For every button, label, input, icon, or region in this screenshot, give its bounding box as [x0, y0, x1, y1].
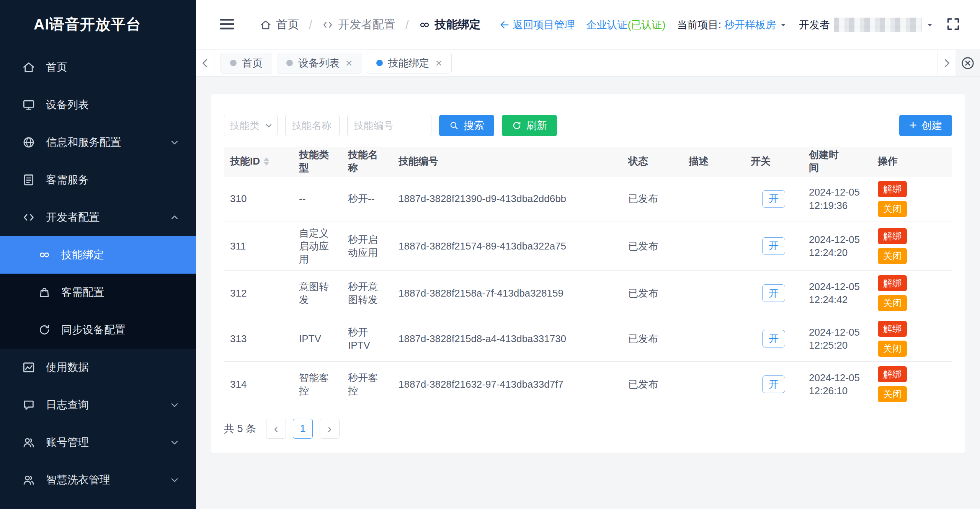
column-label: 创建时间 — [809, 148, 841, 175]
page-1-button[interactable]: 1 — [293, 419, 313, 439]
cell-skill-name: 秒开启动应用 — [342, 222, 392, 271]
sidebar-item-customer-config[interactable]: 客需配置 — [0, 274, 196, 311]
sidebar-item-label: 智慧洗衣管理 — [46, 473, 169, 487]
hamburger-menu-button[interactable] — [217, 15, 237, 35]
sidebar-item-skill-binding[interactable]: 技能绑定 — [0, 236, 196, 274]
unbind-button[interactable]: 解绑 — [878, 181, 907, 197]
developer-dropdown[interactable]: 开发者 — [799, 18, 934, 32]
cell-skill-id: 312 — [224, 271, 293, 316]
plus-icon: + — [909, 118, 917, 131]
unbind-button[interactable]: 解绑 — [878, 321, 907, 337]
switch-on-button[interactable]: 开 — [762, 375, 785, 393]
unbind-button[interactable]: 解绑 — [878, 275, 907, 291]
cell-actions: 解绑 关闭 — [872, 362, 952, 407]
sidebar-item-info-service-config[interactable]: 信息和服务配置 — [0, 124, 196, 161]
sort-asc-icon — [264, 157, 269, 161]
skill-code-input[interactable] — [347, 115, 431, 136]
close-skill-button[interactable]: 关闭 — [878, 341, 907, 357]
cell-skill-code: 1887d-3828f215d8-a4-413dba331730 — [392, 316, 622, 362]
search-button[interactable]: 搜索 — [439, 115, 494, 136]
cell-switch: 开 — [745, 271, 803, 316]
next-page-button[interactable]: › — [320, 419, 340, 439]
sidebar-item-customer-service[interactable]: 客需服务 — [0, 161, 196, 199]
skill-type-select[interactable]: 技能类 — [224, 115, 278, 136]
close-all-tabs-button[interactable] — [956, 50, 980, 76]
column-label: 技能名称 — [348, 149, 378, 173]
cell-skill-type: -- — [293, 176, 342, 222]
current-project-dropdown[interactable]: 当前项目: 秒开样板房 — [677, 18, 787, 32]
cell-actions: 解绑 关闭 — [872, 271, 952, 316]
cell-description — [683, 271, 745, 316]
cell-switch: 开 — [745, 362, 803, 407]
breadcrumb-home[interactable]: 首页 — [260, 17, 299, 33]
close-skill-button[interactable]: 关闭 — [878, 386, 907, 402]
cell-actions: 解绑 关闭 — [872, 222, 952, 271]
switch-on-button[interactable]: 开 — [762, 190, 785, 208]
page-content: 技能类 搜索 刷新 + 创建 — [196, 77, 980, 509]
cell-skill-name: 秒开-- — [342, 176, 392, 222]
app-root: AI语音开放平台 首页 设备列表 信息和服务配置 客需服务 开发者 — [0, 0, 980, 509]
skills-table: 技能ID 技能类型 技能名称 技能编号 状态 描述 开关 创建时间 操作 — [224, 147, 952, 407]
search-icon — [449, 121, 459, 131]
cell-status: 已发布 — [622, 176, 683, 222]
tab-label: 首页 — [242, 56, 263, 70]
close-icon[interactable]: × — [436, 57, 443, 69]
sidebar-item-account-management[interactable]: 账号管理 — [0, 424, 196, 461]
switch-on-button[interactable]: 开 — [762, 330, 785, 347]
fullscreen-button[interactable] — [946, 16, 961, 33]
unbind-button[interactable]: 解绑 — [878, 366, 907, 382]
breadcrumb-label: 首页 — [276, 17, 299, 33]
chevron-up-icon — [169, 212, 180, 223]
open-tabs-bar: 首页 设备列表 × 技能绑定 × — [196, 50, 980, 77]
tab-status-dot — [286, 60, 293, 66]
prev-page-button[interactable]: ‹ — [266, 419, 286, 439]
sidebar-item-device-list[interactable]: 设备列表 — [0, 86, 196, 124]
cell-skill-name: 秒开客控 — [342, 362, 392, 407]
sort-desc-icon — [264, 162, 269, 166]
table-header-row: 技能ID 技能类型 技能名称 技能编号 状态 描述 开关 创建时间 操作 — [224, 147, 952, 176]
skill-type-select-placeholder: 技能类 — [230, 119, 260, 132]
column-header-description: 描述 — [683, 147, 745, 176]
close-skill-button[interactable]: 关闭 — [878, 201, 907, 217]
breadcrumb-skill-binding: 技能绑定 — [419, 17, 481, 33]
unbind-button[interactable]: 解绑 — [878, 228, 907, 244]
current-project-value: 秒开样板房 — [724, 18, 776, 32]
refresh-button[interactable]: 刷新 — [502, 115, 557, 136]
breadcrumb-developer-config[interactable]: 开发者配置 — [322, 17, 395, 33]
tab-status-dot — [376, 60, 383, 66]
sort-control[interactable] — [264, 157, 269, 166]
skill-name-input[interactable] — [285, 115, 340, 136]
sidebar-item-developer-config[interactable]: 开发者配置 — [0, 199, 196, 236]
chevron-down-icon — [926, 21, 934, 29]
tabs-scroll-left-button[interactable] — [196, 50, 214, 76]
enterprise-cert-link[interactable]: 企业认证(已认证) — [586, 18, 666, 32]
close-skill-button[interactable]: 关闭 — [878, 248, 907, 264]
sidebar-item-home[interactable]: 首页 — [0, 49, 196, 86]
return-project-link[interactable]: 返回项目管理 — [499, 18, 575, 32]
sidebar-item-sync-device-config[interactable]: 同步设备配置 — [0, 311, 196, 349]
sidebar-item-label: 开发者配置 — [46, 210, 169, 225]
cell-status: 已发布 — [622, 362, 683, 407]
column-header-switch: 开关 — [745, 147, 803, 176]
cell-description — [683, 316, 745, 362]
tab-device-list[interactable]: 设备列表 × — [277, 53, 362, 73]
close-skill-button[interactable]: 关闭 — [878, 295, 907, 311]
switch-on-button[interactable]: 开 — [762, 237, 785, 255]
document-icon — [22, 173, 35, 186]
sidebar: AI语音开放平台 首页 设备列表 信息和服务配置 客需服务 开发者 — [0, 0, 196, 509]
refresh-button-label: 刷新 — [526, 119, 547, 132]
fullscreen-icon — [946, 16, 961, 32]
sidebar-item-smart-laundry[interactable]: 智慧洗衣管理 — [0, 461, 196, 499]
switch-on-button[interactable]: 开 — [762, 284, 785, 302]
redacted-developer-name — [834, 18, 922, 32]
tabs-scroll-right-button[interactable] — [937, 50, 956, 76]
sidebar-item-usage-data[interactable]: 使用数据 — [0, 349, 196, 386]
create-button[interactable]: + 创建 — [899, 115, 952, 136]
home-icon — [22, 61, 35, 74]
tab-skill-binding[interactable]: 技能绑定 × — [367, 53, 452, 73]
back-arrow-icon — [499, 20, 510, 30]
tab-label: 技能绑定 — [388, 56, 430, 70]
sidebar-item-log-query[interactable]: 日志查询 — [0, 386, 196, 424]
tab-home[interactable]: 首页 — [220, 53, 272, 73]
close-icon[interactable]: × — [346, 57, 353, 69]
